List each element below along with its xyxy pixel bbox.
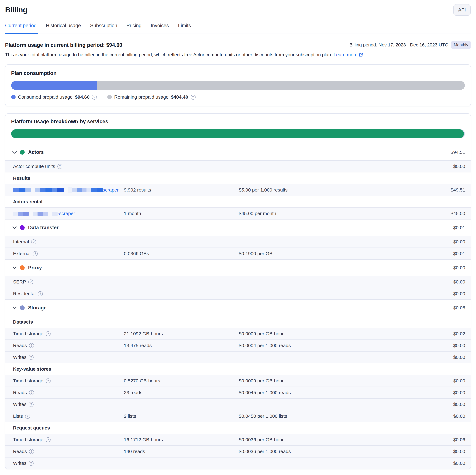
row-label: Internal	[13, 239, 29, 245]
help-icon[interactable]: ?	[46, 378, 51, 383]
row-price: $0.0009 per GB-hour	[239, 331, 421, 336]
row-group-storage[interactable]: Storage $0.08	[5, 299, 471, 316]
row-price: $0.1900 per GB	[239, 251, 421, 256]
row-section-key-value-stores: Key-value stores	[5, 363, 471, 375]
help-icon[interactable]: ?	[57, 164, 62, 169]
row-price: $0.0004 per 1,000 reads	[239, 343, 421, 348]
row-quantity: 16.1712 GB-hours	[124, 437, 239, 442]
help-icon[interactable]: ?	[46, 437, 51, 442]
row-price: $0.0036 per 1,000 reads	[239, 449, 421, 454]
usage-total-heading: Platform usage in current billing period…	[5, 42, 122, 48]
row-amount: $0.01	[421, 225, 465, 230]
row-price: $0.0036 per GB-hour	[239, 437, 421, 442]
row-amount: $0.00	[421, 413, 465, 419]
billing-period-wrap: Billing period: Nov 17, 2023 - Dec 16, 2…	[349, 41, 471, 49]
billing-period-text: Billing period: Nov 17, 2023 - Dec 16, 2…	[349, 42, 448, 48]
usage-heading-row: Platform usage in current billing period…	[5, 41, 471, 49]
usage-description: This is your total platform usage to be …	[5, 52, 471, 58]
row-actor-compute-units: Actor compute units ? $0.00	[5, 160, 471, 172]
help-icon[interactable]: ?	[29, 343, 34, 348]
help-icon[interactable]: ?	[46, 331, 51, 336]
row-group-data-transfer[interactable]: Data transfer $0.01	[5, 219, 471, 236]
help-icon[interactable]: ?	[29, 449, 34, 454]
section-label: Actors rental	[13, 199, 42, 204]
row-label: Lists	[13, 413, 23, 419]
row-quantity: 23 reads	[124, 390, 239, 395]
actor-link[interactable]: -scraper	[58, 211, 75, 216]
row-label: Writes	[13, 402, 26, 407]
group-label: Actors	[28, 149, 44, 155]
row-amount: $0.00	[421, 449, 465, 454]
help-icon[interactable]: ?	[38, 291, 43, 296]
help-icon[interactable]: ?	[29, 390, 34, 395]
legend-consumed-value: $94.60	[75, 94, 90, 100]
row-section-actors-rental: Actors rental	[5, 196, 471, 208]
plan-consumed-fill	[11, 81, 97, 90]
row-rq-reads: Reads ? 140 reads $0.0036 per 1,000 read…	[5, 445, 471, 457]
redacted-actor-name	[13, 211, 58, 216]
row-amount: $0.00	[421, 239, 465, 245]
tab-limits[interactable]: Limits	[178, 23, 191, 34]
plan-consumption-legend: Consumed prepaid usage $94.60 ? Remainin…	[11, 94, 465, 100]
help-icon[interactable]: ?	[33, 251, 38, 256]
service-dot-data-transfer	[20, 225, 25, 230]
row-kv-lists: Lists ? 2 lists $0.0450 per 1,000 lists …	[5, 410, 471, 422]
page-title: Billing	[5, 0, 471, 14]
row-label: Timed storage	[13, 437, 43, 442]
row-group-proxy[interactable]: Proxy $0.00	[5, 259, 471, 276]
row-amount: $45.00	[421, 211, 465, 216]
help-icon[interactable]: ?	[29, 461, 34, 466]
row-group-actors[interactable]: Actors $94.51	[5, 144, 471, 160]
row-quantity: 1 month	[124, 211, 239, 216]
breakdown-title: Platform usage breakdown by services	[11, 119, 465, 124]
section-label: Datasets	[13, 319, 33, 325]
external-link-icon	[359, 53, 363, 58]
group-label: Proxy	[28, 265, 42, 271]
plan-consumption-card: Plan consumption Consumed prepaid usage …	[5, 64, 471, 106]
actor-link[interactable]: scraper	[103, 187, 119, 193]
row-label: Reads	[13, 343, 27, 348]
breakdown-table: Actors $94.51 Actor compute units ? $0.0…	[5, 144, 471, 469]
remaining-dot-icon	[107, 95, 112, 99]
tab-current-period[interactable]: Current period	[5, 23, 36, 34]
breakdown-bar	[11, 129, 465, 138]
api-button[interactable]: API	[453, 4, 471, 16]
row-price: $45.00 per month	[239, 211, 421, 216]
chevron-down-icon[interactable]	[12, 266, 17, 269]
chevron-down-icon[interactable]	[12, 307, 17, 309]
help-icon[interactable]: ?	[28, 280, 33, 284]
row-kv-timed-storage: Timed storage ? 0.5270 GB-hours $0.0009 …	[5, 375, 471, 387]
row-quantity: 0.5270 GB-hours	[124, 378, 239, 384]
row-quantity: 2 lists	[124, 413, 239, 419]
tab-historical-usage[interactable]: Historical usage	[46, 23, 81, 34]
help-icon[interactable]: ?	[191, 95, 196, 100]
help-icon[interactable]: ?	[29, 402, 34, 407]
row-section-results: Results	[5, 172, 471, 184]
row-external: External ? 0.0366 GBs $0.1900 per GB $0.…	[5, 247, 471, 259]
row-serp: SERP ? $0.00	[5, 276, 471, 288]
row-amount: $0.00	[421, 460, 465, 466]
help-icon[interactable]: ?	[25, 414, 30, 419]
legend-consumed-label: Consumed prepaid usage	[18, 94, 73, 100]
row-amount: $0.00	[421, 164, 465, 169]
tab-subscription[interactable]: Subscription	[90, 23, 117, 34]
help-icon[interactable]: ?	[29, 355, 34, 360]
row-quantity: 9,902 results	[124, 187, 239, 193]
row-label: SERP	[13, 279, 26, 285]
row-amount: $0.08	[421, 305, 465, 311]
chevron-down-icon[interactable]	[12, 151, 17, 154]
row-label: Actor compute units	[13, 164, 55, 169]
tab-invoices[interactable]: Invoices	[151, 23, 169, 34]
learn-more-link[interactable]: Learn more	[334, 52, 357, 57]
row-section-request-queues: Request queues	[5, 422, 471, 434]
help-icon[interactable]: ?	[92, 95, 97, 100]
chevron-down-icon[interactable]	[12, 226, 17, 229]
tab-pricing[interactable]: Pricing	[126, 23, 141, 34]
row-label: Reads	[13, 390, 27, 395]
row-price: $0.0009 per GB-hour	[239, 378, 421, 384]
help-icon[interactable]: ?	[31, 239, 36, 244]
row-amount: $0.02	[421, 331, 465, 336]
row-amount: $0.00	[421, 390, 465, 395]
row-amount: $0.00	[421, 402, 465, 407]
row-section-datasets: Datasets	[5, 316, 471, 328]
